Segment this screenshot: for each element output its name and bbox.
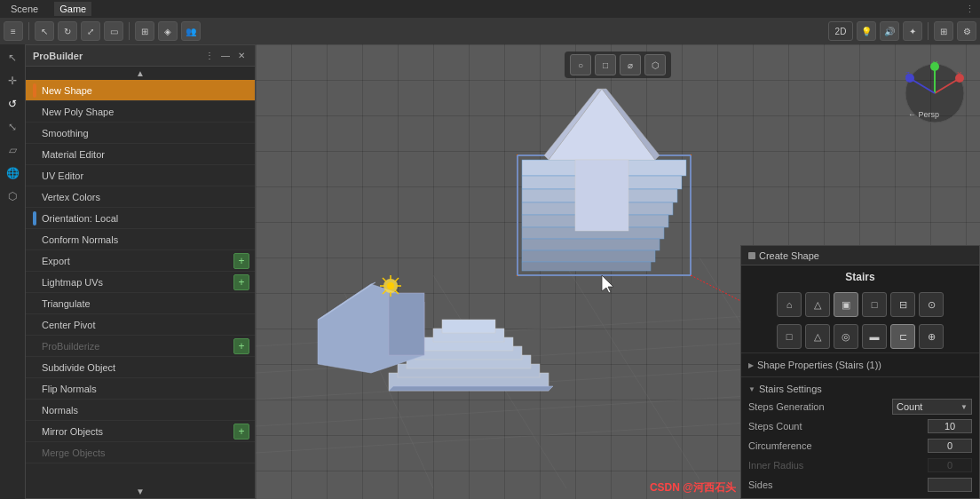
item-label: New Shape [42,85,92,96]
steps-count-input[interactable] [928,419,972,433]
svg-text:X: X [957,70,962,78]
divider-2 [129,22,130,40]
item-label: Material Editor [42,149,105,160]
scale-icon-btn[interactable]: ⤡ [3,117,22,137]
steps-count-label: Steps Count [748,421,928,432]
panel-item-flip-normals[interactable]: Flip Normals [26,378,255,400]
panel-close-btn[interactable]: ✕ [235,50,248,62]
svg-text:Z: Z [905,70,910,78]
item-label: Flip Normals [42,384,97,394]
panel-item-subdivide-object[interactable]: Subdivide Object [26,357,255,378]
item-label: Triangulate [42,298,91,309]
rect-tool-btn[interactable]: ▭ [104,21,123,41]
steps-generation-dropdown[interactable]: Count ▼ [892,399,972,415]
globe-icon-btn[interactable]: 🌐 [3,163,22,183]
svg-marker-40 [549,89,655,160]
svg-marker-18 [389,386,553,391]
more-icon[interactable]: ⋮ [965,4,975,15]
panel-item-conform-normals[interactable]: Conform Normals [26,229,255,250]
panel-item-mirror-objects[interactable]: Mirror Objects+ [26,421,255,442]
panel-minimize-btn[interactable]: — [219,50,232,62]
2d-btn[interactable]: 2D [828,21,853,41]
collab-btn[interactable]: 👥 [181,21,201,41]
panel-item-smoothing[interactable]: Smoothing [26,123,255,144]
settings-btn[interactable]: ⚙ [957,21,976,41]
plus-btn[interactable]: + [233,338,249,354]
menu-btn[interactable]: ≡ [4,21,23,41]
cs-shape-properties-header[interactable]: ▶ Shape Properties (Stairs (1)) [748,357,972,373]
ring-icon[interactable]: ⊕ [919,324,944,349]
svg-rect-30 [522,250,655,262]
inner-radius-row: Inner Radius [748,455,972,475]
box-icon[interactable]: □ [862,292,887,317]
steps-count-row: Steps Count [748,416,972,436]
cube-icon[interactable]: ▣ [834,292,858,317]
cs-stairs-settings-header[interactable]: ▼ Stairs Settings [748,381,972,397]
cs-header-title: Create Shape [759,250,819,261]
grid-snap-btn[interactable]: ⊞ [135,21,154,41]
cursor-icon-btn[interactable]: ↖ [3,48,22,67]
panel-item-probuilderize[interactable]: ProBuilderize+ [26,336,255,357]
sides-row: Sides [748,475,972,495]
rect-icon-btn[interactable]: ▱ [3,140,22,160]
svg-line-51 [383,278,386,281]
panel-item-vertex-colors[interactable]: Vertex Colors [26,186,255,208]
panel-item-export[interactable]: Export+ [26,250,255,272]
item-label: Subdivide Object [42,362,115,373]
panel-item-normals[interactable]: Normals [26,400,255,421]
move-tool-btn[interactable]: ↖ [35,21,54,41]
panel-item-material-editor[interactable]: Material Editor [26,144,255,165]
cs-header-icon [748,252,755,259]
circumference-label: Circumference [748,440,928,451]
rect-icon[interactable]: ▬ [862,324,887,349]
svg-point-46 [387,282,394,289]
tri2-icon[interactable]: △ [805,324,830,349]
move-icon-btn[interactable]: ✛ [3,71,22,91]
item-label: Merge Objects [42,448,106,458]
fx-btn[interactable]: ✦ [903,21,922,41]
plus-btn[interactable]: + [233,253,249,269]
panel-item-lightmap-uvs[interactable]: Lightmap UVs+ [26,272,255,293]
panel-controls: ⋮ — ✕ [203,50,248,62]
panel-scroll-up[interactable]: ▲ [26,67,255,80]
snap-btn[interactable]: ◈ [158,21,178,41]
circle-icon[interactable]: ◎ [834,324,858,349]
cube-icon-btn[interactable]: ⬡ [3,186,22,206]
inner-radius-input[interactable] [928,458,972,472]
stairs-settings-arrow: ▼ [748,385,755,393]
svg-text:← Persp: ← Persp [908,110,939,119]
color-dot-orange [33,83,36,98]
panel-item-new-poly-shape[interactable]: New Poly Shape [26,101,255,123]
square-icon[interactable]: □ [777,324,802,349]
rotate-icon-btn[interactable]: ↺ [3,94,22,114]
plus-btn[interactable]: + [233,424,249,440]
svg-line-7 [566,266,699,479]
panel-item-orientation:-local[interactable]: Orientation: Local [26,208,255,229]
scale-tool-btn[interactable]: ⤢ [81,21,100,41]
panel-icon[interactable]: ⊟ [890,292,915,317]
layout-btn[interactable]: ⊞ [934,21,953,41]
panel-item-merge-objects[interactable]: Merge Objects [26,442,255,463]
shape-props-arrow: ▶ [748,361,754,369]
svg-rect-31 [522,262,651,271]
panel-menu-btn[interactable]: ⋮ [203,50,216,62]
audio-btn[interactable]: 🔊 [880,21,899,41]
triangle-icon[interactable]: △ [805,292,830,317]
sides-input[interactable] [928,478,972,492]
panel-item-center-pivot[interactable]: Center Pivot [26,314,255,336]
house-icon[interactable]: ⌂ [777,292,802,317]
rotate-tool-btn[interactable]: ↻ [58,21,77,41]
stairs-icon[interactable]: ⊏ [890,324,915,349]
scene-tab[interactable]: Scene [5,2,43,16]
game-tab[interactable]: Game [54,2,91,16]
cylinder-icon[interactable]: ⊙ [919,292,944,317]
light-btn[interactable]: 💡 [857,21,876,41]
steps-generation-label: Steps Generation [748,401,892,412]
panel-scroll-down[interactable]: ▼ [26,485,255,498]
panel-item-uv-editor[interactable]: UV Editor [26,165,255,186]
circumference-input[interactable] [928,439,972,453]
panel-item-new-shape[interactable]: New Shape [26,80,255,101]
item-label: Mirror Objects [42,426,103,437]
panel-item-triangulate[interactable]: Triangulate [26,293,255,314]
plus-btn[interactable]: + [233,274,249,290]
